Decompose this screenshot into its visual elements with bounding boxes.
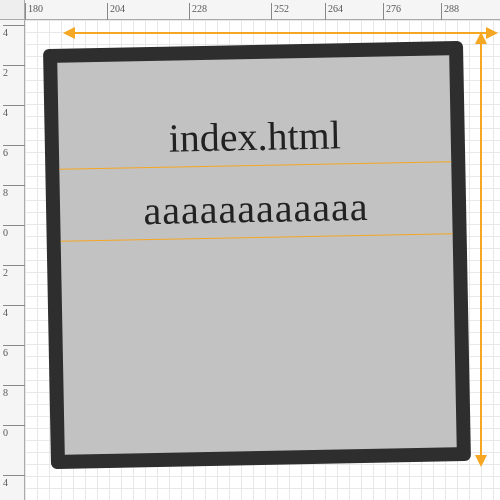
ruler-tick: 276 — [383, 3, 401, 20]
ruler-tick: 4 — [3, 105, 25, 118]
ruler-tick: 252 — [271, 3, 289, 20]
ruler-tick: 0 — [3, 425, 25, 438]
ruler-tick: 228 — [189, 3, 207, 20]
horizontal-measure-arrow[interactable] — [73, 32, 488, 34]
ruler-tick: 264 — [325, 3, 343, 20]
text-line-1[interactable]: index.html — [58, 109, 451, 164]
rectangle-fill — [43, 41, 471, 469]
ruler-horizontal: 180 204 228 252 264 276 288 — [25, 0, 500, 20]
ruler-tick: 8 — [3, 385, 25, 398]
ruler-corner — [0, 0, 25, 20]
ruler-tick: 180 — [25, 3, 43, 20]
vertical-measure-arrow[interactable] — [480, 42, 482, 457]
ruler-tick: 288 — [441, 3, 459, 20]
ruler-tick: 4 — [3, 25, 25, 38]
ruler-vertical: 4 2 4 6 8 0 2 4 6 8 0 4 — [0, 20, 25, 500]
rectangle-shape[interactable]: index.html aaaaaaaaaaaa — [43, 41, 471, 469]
ruler-tick: 6 — [3, 145, 25, 158]
ruler-tick: 2 — [3, 265, 25, 278]
text-line-2[interactable]: aaaaaaaaaaaa — [60, 181, 453, 236]
ruler-tick: 6 — [3, 345, 25, 358]
ruler-tick: 4 — [3, 475, 25, 488]
ruler-tick: 0 — [3, 225, 25, 238]
ruler-tick: 8 — [3, 185, 25, 198]
ruler-tick: 204 — [107, 3, 125, 20]
ruler-tick: 2 — [3, 65, 25, 78]
drawing-canvas[interactable]: index.html aaaaaaaaaaaa — [25, 20, 500, 500]
ruler-tick: 4 — [3, 305, 25, 318]
